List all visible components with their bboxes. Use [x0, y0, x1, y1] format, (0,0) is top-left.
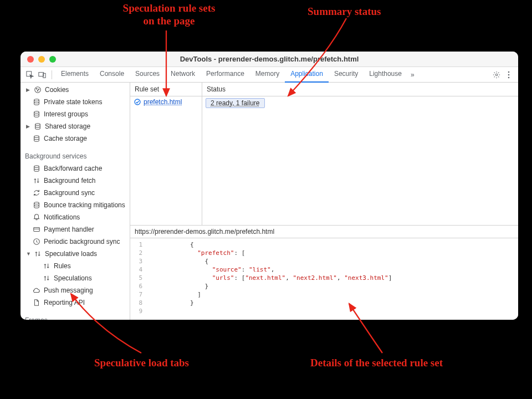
code-content[interactable]: { "prefetch": [ { "source": "list", "url… [146, 241, 392, 315]
chevron-right-icon: ▶ [26, 121, 30, 131]
sidebar-item-periodic-background-sync[interactable]: Periodic background sync [21, 236, 130, 248]
svg-rect-17 [34, 228, 40, 232]
svg-point-10 [37, 90, 38, 91]
tab-memory[interactable]: Memory [250, 66, 285, 83]
svg-point-5 [508, 74, 510, 75]
card-icon [33, 226, 40, 233]
sync-icon [33, 189, 40, 197]
tab-network[interactable]: Network [165, 66, 201, 83]
sidebar-item-interest-groups[interactable]: Interest groups [21, 108, 130, 120]
titlebar: DevTools - prerender-demos.glitch.me/pre… [21, 52, 518, 67]
sidebar-item-background-fetch[interactable]: Background fetch [21, 175, 130, 187]
svg-point-11 [34, 99, 39, 101]
sidebar-item-rules[interactable]: Rules [21, 260, 130, 272]
tab-application[interactable]: Application [285, 66, 329, 83]
updown-icon [34, 250, 42, 258]
sidebar-item-label: Periodic background sync [44, 237, 120, 247]
annotation-details: Details of the selected rule set [310, 357, 443, 370]
sidebar-item-private-state-tokens[interactable]: Private state tokens [21, 96, 130, 108]
svg-point-9 [38, 89, 39, 89]
sidebar-item-label: Private state tokens [44, 97, 102, 107]
code-viewer: 123456789 { "prefetch": [ { "source": "l… [130, 238, 518, 320]
sidebar-item-label: Shared storage [45, 121, 90, 131]
db-icon [33, 98, 40, 106]
sidebar-item-shared-storage[interactable]: ▶Shared storage [21, 120, 130, 132]
sidebar-heading: Background services [21, 149, 130, 162]
ruleset-link[interactable]: prefetch.html [134, 98, 198, 106]
tab-performance[interactable]: Performance [201, 66, 250, 83]
col-header-ruleset[interactable]: Rule set [130, 83, 202, 96]
sidebar-item-label: Bounce tracking mitigations [44, 200, 125, 210]
gear-icon[interactable] [490, 69, 503, 81]
sidebar-item-cookies[interactable]: ▶Cookies [21, 84, 130, 96]
sidebar-item-back-forward-cache[interactable]: Back/forward cache [21, 162, 130, 175]
sidebar-item-label: Speculations [54, 273, 92, 283]
db-icon [33, 201, 40, 209]
sidebar-item-label: Rules [54, 261, 71, 271]
cookie-icon [34, 86, 42, 94]
status-summary[interactable]: 2 ready, 1 failure [206, 98, 265, 108]
sidebar-heading: Frames [21, 313, 130, 320]
sidebar-item-label: Background sync [44, 188, 95, 198]
zoom-icon[interactable] [49, 56, 56, 63]
sidebar-item-push-messaging[interactable]: Push messaging [21, 284, 130, 296]
svg-point-4 [508, 71, 510, 73]
divider [52, 70, 52, 79]
speculation-rules-panel: Rule set Status prefetch.html 2 ready, 1… [130, 83, 518, 320]
db-icon [33, 135, 40, 142]
traffic-lights [21, 56, 56, 63]
sidebar-item-label: Payment handler [44, 224, 94, 234]
ruleset-name: prefetch.html [144, 98, 182, 106]
annotation-load-tabs: Speculative load tabs [94, 357, 189, 370]
db-icon [34, 122, 42, 130]
sidebar-item-label: Cache storage [44, 134, 87, 144]
tab-elements[interactable]: Elements [55, 66, 94, 83]
updown-icon [43, 274, 50, 282]
db-icon [33, 110, 40, 118]
close-icon[interactable] [27, 56, 34, 63]
col-header-status[interactable]: Status [202, 83, 518, 96]
file-icon [33, 299, 40, 306]
svg-point-7 [35, 87, 41, 93]
tab-sources[interactable]: Sources [130, 66, 165, 83]
sidebar-item-label: Notifications [44, 212, 80, 222]
sidebar-item-notifications[interactable]: Notifications [21, 211, 130, 223]
sidebar-item-speculations[interactable]: Speculations [21, 272, 130, 284]
tab-security[interactable]: Security [329, 66, 364, 83]
svg-point-3 [495, 74, 498, 76]
sidebar-item-label: Reporting API [44, 298, 85, 308]
ruleset-url: https://prerender-demos.glitch.me/prefet… [130, 225, 518, 238]
sidebar-item-label: Cookies [45, 85, 69, 95]
sidebar-item-cache-storage[interactable]: Cache storage [21, 132, 130, 145]
svg-point-13 [35, 124, 40, 126]
sidebar-item-background-sync[interactable]: Background sync [21, 187, 130, 199]
content: ▶CookiesPrivate state tokensInterest gro… [21, 83, 518, 320]
devtools-window: DevTools - prerender-demos.glitch.me/pre… [21, 52, 518, 320]
tab-console[interactable]: Console [94, 66, 130, 83]
grid-filler [130, 110, 518, 225]
kebab-menu-icon[interactable] [503, 69, 515, 81]
inspect-icon[interactable] [24, 69, 36, 81]
sidebar-item-reporting-api[interactable]: Reporting API [21, 296, 130, 309]
sidebar-item-label: Push messaging [44, 285, 93, 295]
grid-row[interactable]: prefetch.html 2 ready, 1 failure [130, 96, 518, 110]
sidebar-item-bounce-tracking-mitigations[interactable]: Bounce tracking mitigations [21, 199, 130, 211]
svg-point-15 [34, 166, 39, 168]
cloud-icon [33, 287, 40, 294]
db-icon [33, 165, 40, 172]
minimize-icon[interactable] [38, 56, 45, 63]
updown-icon [43, 262, 50, 270]
more-tabs-button[interactable]: » [407, 71, 418, 79]
window-title: DevTools - prerender-demos.glitch.me/pre… [21, 55, 518, 63]
sidebar-item-label: Back/forward cache [44, 163, 102, 173]
status-ok-icon [134, 98, 141, 106]
svg-point-16 [34, 202, 39, 204]
sidebar-item-speculative-loads[interactable]: ▼Speculative loads [21, 248, 130, 260]
chevron-right-icon: ▶ [26, 85, 30, 95]
sidebar-item-label: Background fetch [44, 176, 95, 186]
application-sidebar[interactable]: ▶CookiesPrivate state tokensInterest gro… [21, 83, 130, 320]
device-toolbar-icon[interactable] [36, 69, 48, 81]
line-gutter: 123456789 [130, 241, 146, 315]
tab-lighthouse[interactable]: Lighthouse [364, 66, 407, 83]
sidebar-item-payment-handler[interactable]: Payment handler [21, 223, 130, 236]
